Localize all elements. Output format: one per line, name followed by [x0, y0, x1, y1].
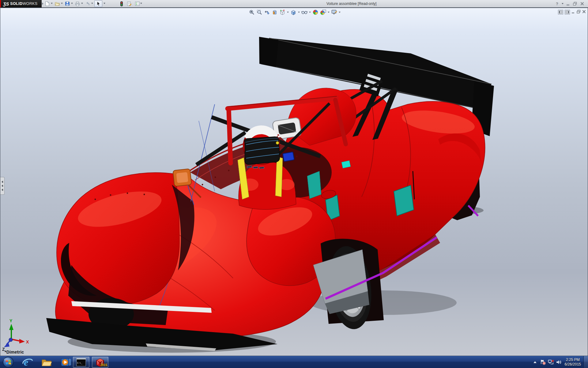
command-prompt-label: C:\_: [77, 362, 82, 364]
speaker-icon: [556, 359, 562, 365]
triad-x-label: X: [26, 339, 29, 344]
new-document-dropdown[interactable]: [51, 3, 53, 4]
help-dropdown[interactable]: [562, 3, 564, 4]
cockpit-teal-panel: [307, 171, 321, 199]
save-dropdown[interactable]: [71, 3, 73, 4]
window-title: Voiture assomblee [Read-only]: [326, 2, 376, 6]
select-tool-button[interactable]: [94, 0, 102, 7]
undo-arrow-icon: [85, 1, 90, 6]
system-tray: 2:25 PM 6/26/2015: [531, 356, 588, 368]
print-button[interactable]: [74, 0, 81, 7]
svg-text:e: e: [24, 357, 28, 367]
start-button[interactable]: [2, 357, 13, 367]
help-icon: ?: [556, 2, 558, 6]
close-icon: [580, 2, 584, 6]
select-dropdown[interactable]: [104, 3, 105, 4]
windows-start-icon: [2, 356, 13, 368]
file-properties-icon: [127, 1, 132, 6]
internet-explorer-button[interactable]: e: [22, 357, 33, 367]
traffic-light-icon: [119, 1, 124, 6]
clock-time: 2:25 PM: [565, 358, 581, 362]
network-disconnected-icon: [548, 359, 554, 365]
file-properties-button[interactable]: [126, 0, 133, 7]
graphics-area[interactable]: Y X Z *Dimetric: [0, 7, 588, 356]
options-dropdown[interactable]: [140, 3, 142, 4]
solidworks-taskbar-button[interactable]: 2015: [92, 357, 108, 368]
brand-bold-text: SOLID: [10, 2, 22, 6]
network-status-button[interactable]: [547, 358, 555, 366]
select-cursor-icon: [96, 1, 101, 6]
visor-pivot: [276, 141, 279, 144]
options-button[interactable]: [134, 0, 141, 7]
chevron-up-icon: [533, 361, 537, 364]
folder-icon: [41, 357, 52, 367]
internet-explorer-icon: e: [22, 357, 33, 367]
flag-icon: [540, 359, 546, 365]
volume-button[interactable]: [555, 358, 563, 366]
taskbar-clock[interactable]: 2:25 PM 6/26/2015: [565, 358, 581, 367]
file-explorer-button[interactable]: [41, 357, 52, 367]
view-orientation-annotation: *Dimetric: [5, 350, 24, 355]
left-mirror[interactable]: [173, 169, 191, 186]
open-folder-icon: [55, 1, 60, 6]
taskbar: e C:\_ 2015: [0, 356, 588, 368]
triad-y-arrow: [9, 324, 13, 330]
minimize-icon: [566, 2, 570, 6]
logo-red-strip: [0, 0, 1, 7]
open-document-button[interactable]: [54, 0, 61, 7]
print-dropdown[interactable]: [81, 3, 83, 4]
new-document-button[interactable]: [43, 0, 51, 7]
printer-icon: [75, 1, 80, 6]
title-bar[interactable]: ƷS SOLIDWORKS Voiture assomblee [Read-on…: [0, 0, 588, 8]
viewport-canvas: Y X Z: [0, 8, 588, 356]
clock-date: 6/26/2015: [565, 362, 581, 367]
harness-buckle: [283, 152, 294, 162]
open-dropdown[interactable]: [61, 3, 63, 4]
wing-endplate-left: [259, 37, 278, 67]
brand-light-text: WORKS: [22, 2, 37, 6]
media-player-button[interactable]: [60, 357, 71, 367]
restore-button[interactable]: [572, 1, 578, 6]
reference-triad: Y X Z: [2, 318, 29, 352]
options-checklist-icon: [135, 1, 140, 6]
command-prompt-button[interactable]: C:\_: [73, 357, 89, 368]
action-center-button[interactable]: [539, 358, 547, 366]
minimize-button[interactable]: [565, 1, 571, 6]
helmet[interactable]: [243, 125, 280, 169]
show-desktop-button[interactable]: [583, 356, 588, 368]
solidworks-glyph-icon: ƷS: [3, 1, 9, 6]
rebuild-button[interactable]: [118, 0, 125, 7]
help-button[interactable]: ?: [554, 1, 560, 6]
triad-x-arrow: [19, 339, 25, 343]
media-player-icon: [60, 357, 71, 367]
undo-dropdown[interactable]: [91, 3, 93, 4]
close-button[interactable]: [579, 1, 585, 6]
solidworks-logo: ƷS SOLIDWORKS: [0, 0, 42, 7]
triad-y-label: Y: [9, 318, 13, 323]
undo-button[interactable]: [84, 0, 91, 7]
show-hidden-icons-button[interactable]: [531, 358, 539, 366]
save-button[interactable]: [64, 0, 71, 7]
restore-icon: [573, 2, 577, 6]
solidworks-version-badge: 2015: [100, 363, 107, 367]
new-document-icon: [45, 1, 50, 6]
save-floppy-icon: [65, 1, 70, 6]
car-assembly[interactable]: [46, 37, 494, 353]
